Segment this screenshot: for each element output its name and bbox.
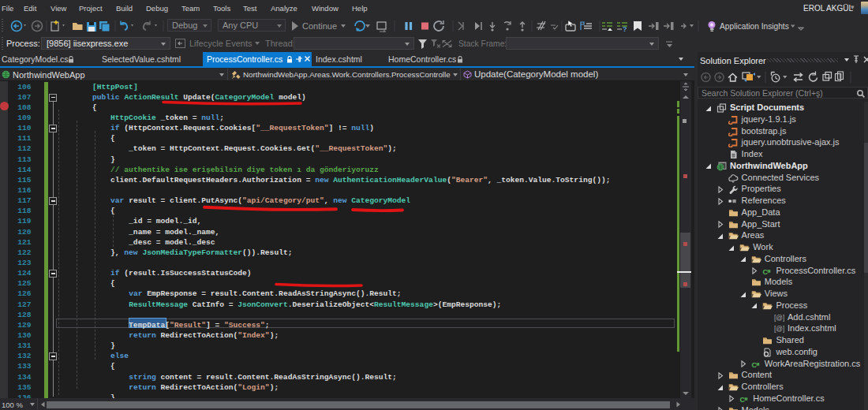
svg-text:C: C [763,267,769,275]
svg-text:?: ? [623,25,627,33]
svg-text:[@]: [@] [774,314,784,322]
svg-text:Application Insights: Application Insights [720,22,789,31]
svg-text:C: C [751,360,757,368]
svg-text:[@]: [@] [774,325,784,333]
svg-text:Continue: Continue [302,21,337,31]
svg-text:C: C [740,395,746,403]
